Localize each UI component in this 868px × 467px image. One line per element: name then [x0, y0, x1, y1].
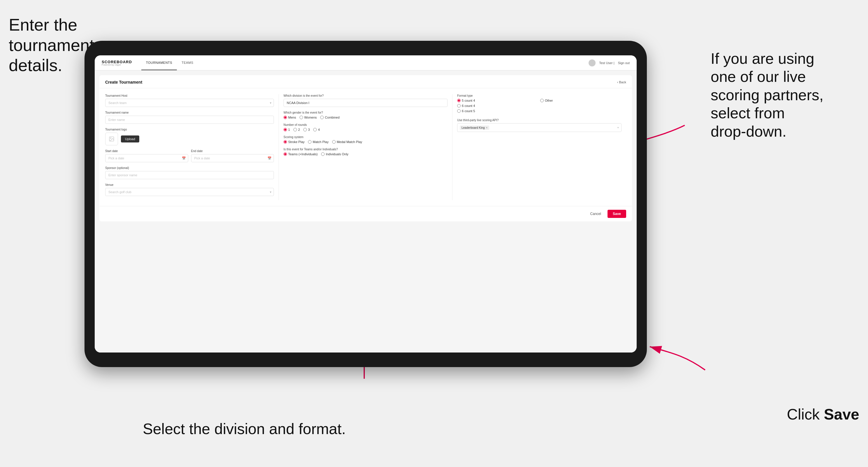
tournament-logo-label: Tournament logo: [105, 128, 274, 131]
logo-text: SCOREBOARD: [102, 60, 132, 64]
user-avatar: [589, 59, 595, 66]
date-row: Start date 📅 End date: [105, 150, 274, 162]
back-link[interactable]: ‹ Back: [617, 81, 626, 84]
scoring-group: Scoring system Stroke Play Match Play: [283, 135, 447, 144]
team-radio-individuals[interactable]: Individuals Only: [321, 152, 348, 156]
app-header: SCOREBOARD Powered by clippit TOURNAMENT…: [95, 55, 637, 70]
tournament-host-label: Tournament Host: [105, 94, 274, 97]
form-container: Create Tournament ‹ Back Tournament Host…: [99, 75, 632, 221]
tournament-name-input[interactable]: [105, 116, 274, 124]
format-type-label: Format type: [457, 94, 621, 97]
live-scoring-label: Use third-party live scoring API?: [457, 119, 621, 122]
annotation-bottom-center: Select the division and format.: [143, 420, 346, 438]
nav-tabs: TOURNAMENTS TEAMS: [141, 55, 198, 70]
dates-group: Start date 📅 End date: [105, 150, 274, 162]
dropdown-icon: ▾: [270, 101, 272, 105]
nav-tab-teams[interactable]: TEAMS: [177, 55, 198, 70]
team-label: Is this event for Teams and/or Individua…: [283, 148, 447, 151]
end-date-wrap: 📅: [191, 154, 274, 162]
team-individual-group: Is this event for Teams and/or Individua…: [283, 148, 447, 156]
annotation-top-left: Enter the tournament details.: [9, 14, 94, 75]
format-radio-5count4[interactable]: 5 count 4: [457, 99, 538, 102]
main-content: Create Tournament ‹ Back Tournament Host…: [95, 70, 637, 352]
sponsor-group: Sponsor (optional): [105, 166, 274, 179]
form-header: Create Tournament ‹ Back: [99, 75, 632, 88]
annotation-bottom-right: Click Save: [787, 405, 859, 423]
division-select-wrap: NCAA Division I: [283, 99, 447, 107]
format-radio-6count4[interactable]: 6 count 4: [457, 104, 538, 107]
calendar-icon-end: 📅: [268, 156, 272, 160]
rounds-label: Number of rounds: [283, 123, 447, 126]
gender-group: Which gender is the event for? Mens Wome…: [283, 111, 447, 119]
team-radio-teams[interactable]: Teams (+Individuals): [283, 152, 318, 156]
end-date-group: End date 📅: [191, 150, 274, 162]
logo-placeholder: [105, 132, 118, 145]
live-scoring-tag-close[interactable]: ×: [486, 126, 488, 129]
division-group: Which division is the event for? NCAA Di…: [283, 94, 447, 107]
scoring-radio-match[interactable]: Match Play: [308, 140, 329, 144]
tournament-name-label: Tournament name: [105, 111, 274, 114]
tablet-frame: SCOREBOARD Powered by clippit TOURNAMENT…: [85, 41, 647, 367]
start-date-label: Start date: [105, 150, 188, 153]
format-row-1: 5 count 4 Other: [457, 99, 621, 102]
team-radio-group: Teams (+Individuals) Individuals Only: [283, 152, 447, 156]
form-column-middle: Which division is the event for? NCAA Di…: [279, 94, 453, 200]
user-label: Test User |: [599, 61, 614, 65]
tag-dropdown-icon: ▾: [617, 126, 619, 129]
venue-group: Venue ▾: [105, 183, 274, 196]
sponsor-input[interactable]: [105, 171, 274, 179]
svg-point-5: [111, 138, 111, 139]
gender-radio-combined[interactable]: Combined: [320, 116, 339, 119]
start-date-group: Start date 📅: [105, 150, 188, 162]
venue-input[interactable]: [105, 188, 274, 196]
format-row-3: 6 count 5: [457, 109, 621, 113]
tournament-host-group: Tournament Host ▾: [105, 94, 274, 107]
rounds-radio-group: 1 2 3: [283, 128, 447, 131]
form-column-left: Tournament Host ▾ Tournament name Tourna: [105, 94, 279, 200]
venue-input-wrap: ▾: [105, 188, 274, 196]
scoring-radio-medal[interactable]: Medal Match Play: [332, 140, 362, 144]
scoring-radio-group: Stroke Play Match Play Medal Match Play: [283, 140, 447, 144]
tournament-host-input[interactable]: [105, 99, 274, 107]
calendar-icon-start: 📅: [182, 156, 186, 160]
format-type-group: Format type 5 count 4 Other: [457, 94, 621, 113]
live-scoring-group: Use third-party live scoring API? Leader…: [457, 119, 621, 132]
live-scoring-input[interactable]: Leaderboard King × ▾: [457, 123, 621, 132]
rounds-radio-2[interactable]: 2: [293, 128, 300, 131]
end-date-input[interactable]: [191, 154, 274, 162]
rounds-radio-1[interactable]: 1: [283, 128, 290, 131]
sponsor-label: Sponsor (optional): [105, 166, 274, 169]
rounds-radio-3[interactable]: 3: [303, 128, 310, 131]
form-title: Create Tournament: [105, 80, 142, 85]
format-type-options: 5 count 4 Other: [457, 99, 621, 113]
scoring-radio-stroke[interactable]: Stroke Play: [283, 140, 305, 144]
cancel-button[interactable]: Cancel: [587, 210, 604, 218]
sign-out-link[interactable]: Sign out: [618, 61, 630, 65]
tournament-logo-group: Tournament logo Upload: [105, 128, 274, 145]
format-radio-6count5[interactable]: 6 count 5: [457, 109, 538, 113]
venue-label: Venue: [105, 183, 274, 186]
dropdown-icon-venue: ▾: [270, 190, 272, 194]
form-footer: Cancel Save: [99, 206, 632, 221]
form-body: Tournament Host ▾ Tournament name Tourna: [99, 88, 632, 206]
tablet-screen: SCOREBOARD Powered by clippit TOURNAMENT…: [95, 55, 637, 352]
end-date-label: End date: [191, 150, 274, 153]
gender-radio-group: Mens Womens Combined: [283, 116, 447, 119]
gender-label: Which gender is the event for?: [283, 111, 447, 114]
start-date-input[interactable]: [105, 154, 188, 162]
format-radio-other[interactable]: Other: [540, 99, 621, 102]
rounds-radio-4[interactable]: 4: [313, 128, 320, 131]
format-row-2: 6 count 4: [457, 104, 621, 107]
gender-radio-mens[interactable]: Mens: [283, 116, 296, 119]
upload-button[interactable]: Upload: [121, 135, 139, 143]
division-select[interactable]: NCAA Division I: [283, 99, 447, 107]
logo-sub: Powered by clippit: [102, 64, 132, 66]
nav-tab-tournaments[interactable]: TOURNAMENTS: [141, 55, 177, 70]
scoring-label: Scoring system: [283, 135, 447, 139]
logo-area: SCOREBOARD Powered by clippit: [102, 60, 132, 66]
live-scoring-tag: Leaderboard King ×: [460, 126, 489, 130]
tournament-name-group: Tournament name: [105, 111, 274, 124]
save-button[interactable]: Save: [608, 210, 626, 218]
gender-radio-womens[interactable]: Womens: [300, 116, 317, 119]
rounds-group: Number of rounds 1 2: [283, 123, 447, 131]
